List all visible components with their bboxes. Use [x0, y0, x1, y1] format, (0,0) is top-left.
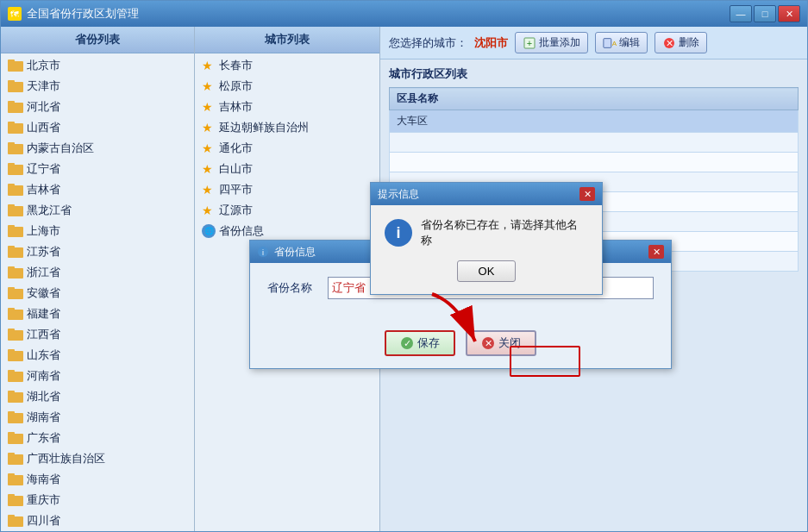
province-list-item[interactable]: 辽宁省 [1, 159, 194, 179]
folder-icon [8, 204, 23, 216]
star-icon: ★ [202, 183, 216, 197]
province-list-item[interactable]: 山东省 [1, 345, 194, 366]
folder-icon [8, 453, 23, 465]
province-item-label: 上海市 [27, 223, 60, 239]
star-icon: ★ [202, 141, 216, 155]
district-name-cell: 大车区 [390, 110, 799, 133]
city-list-item[interactable]: ★松原市 [195, 76, 379, 97]
alert-title-bar: 提示信息 ✕ [371, 183, 602, 205]
city-list-item[interactable]: 🌐省份信息 [195, 221, 379, 241]
delete-button[interactable]: ✕ 删除 [655, 32, 707, 53]
province-list: 北京市天津市河北省山西省内蒙古自治区辽宁省吉林省黑龙江省上海市江苏省浙江省安徽省… [1, 53, 194, 531]
alert-body: i 省份名称已存在，请选择其他名称 OK [371, 205, 602, 294]
province-item-label: 河北省 [27, 99, 60, 115]
province-item-label: 河南省 [27, 368, 60, 384]
city-item-label: 通化市 [219, 141, 253, 156]
province-list-item[interactable]: 重庆市 [1, 490, 194, 510]
close-button[interactable]: ✕ [778, 5, 800, 22]
svg-text:✕: ✕ [666, 38, 673, 48]
close-label: 关闭 [498, 335, 521, 351]
city-list-item[interactable]: ★四平市 [195, 179, 379, 200]
delete-icon: ✕ [662, 36, 676, 50]
province-list-item[interactable]: 四川省 [1, 510, 194, 531]
province-list-item[interactable]: 浙江省 [1, 262, 194, 283]
svg-text:i: i [262, 248, 264, 257]
province-item-label: 湖北省 [27, 389, 60, 404]
province-list-item[interactable]: 上海市 [1, 221, 194, 241]
province-list-item[interactable]: 天津市 [1, 76, 194, 97]
province-panel-header: 省份列表 [1, 27, 194, 53]
province-item-label: 广西壮族自治区 [27, 451, 105, 466]
window-controls: — □ ✕ [730, 5, 800, 22]
folder-icon [8, 246, 23, 258]
table-row[interactable] [390, 153, 799, 172]
folder-icon [8, 391, 23, 403]
edit-icon: Ab [603, 36, 617, 50]
city-list-item[interactable]: ★延边朝鲜族自治州 [195, 117, 379, 138]
city-list-item[interactable]: ★长春市 [195, 55, 379, 76]
folder-icon [8, 163, 23, 175]
city-list-item[interactable]: ★辽源市 [195, 200, 379, 221]
province-item-label: 福建省 [27, 306, 60, 322]
province-list-item[interactable]: 河北省 [1, 97, 194, 117]
folder-icon [8, 225, 23, 237]
province-list-item[interactable]: 内蒙古自治区 [1, 138, 194, 159]
province-list-item[interactable]: 江苏省 [1, 241, 194, 262]
province-item-label: 山东省 [27, 347, 60, 363]
city-list-item[interactable]: ★通化市 [195, 138, 379, 159]
province-list-item[interactable]: 吉林省 [1, 179, 194, 200]
selected-city-value: 沈阳市 [474, 35, 508, 51]
folder-icon [8, 80, 23, 92]
province-list-item[interactable]: 北京市 [1, 55, 194, 76]
province-close-button[interactable]: ✕ 关闭 [466, 330, 536, 356]
folder-icon [8, 308, 23, 320]
maximize-button[interactable]: □ [754, 5, 776, 22]
province-item-label: 安徽省 [27, 285, 60, 301]
province-item-label: 吉林省 [27, 182, 60, 197]
province-item-label: 天津市 [27, 78, 60, 94]
folder-icon [8, 142, 23, 154]
city-item-label: 白山市 [219, 161, 253, 177]
province-list-item[interactable]: 安徽省 [1, 283, 194, 304]
svg-text:+: + [527, 38, 532, 48]
city-item-label: 辽源市 [219, 203, 253, 218]
alert-content: i 省份名称已存在，请选择其他名称 [385, 217, 588, 248]
city-list-item[interactable]: ★白山市 [195, 159, 379, 179]
province-dialog-footer: ✓ 保存 ✕ 关闭 [250, 323, 671, 368]
province-list-item[interactable]: 河南省 [1, 366, 194, 386]
province-list-item[interactable]: 广东省 [1, 428, 194, 448]
right-toolbar: 您选择的城市： 沈阳市 + 批量添加 Ab [380, 27, 807, 59]
alert-close-title-btn[interactable]: ✕ [579, 187, 595, 201]
province-list-item[interactable]: 山西省 [1, 117, 194, 138]
batch-add-button[interactable]: + 批量添加 [515, 32, 588, 53]
folder-icon [8, 494, 23, 506]
province-list-item[interactable]: 江西省 [1, 324, 194, 345]
province-list-item[interactable]: 黑龙江省 [1, 200, 194, 221]
alert-ok-button[interactable]: OK [457, 260, 517, 282]
table-row[interactable] [390, 133, 799, 153]
province-save-button[interactable]: ✓ 保存 [385, 330, 455, 356]
edit-button[interactable]: Ab 编辑 [595, 32, 648, 53]
city-item-label: 延边朝鲜族自治州 [219, 120, 309, 135]
alert-title: 提示信息 [378, 187, 419, 202]
minimize-button[interactable]: — [730, 5, 752, 22]
alert-message: 省份名称已存在，请选择其他名称 [421, 217, 588, 248]
star-icon: ★ [202, 162, 216, 176]
city-list-item[interactable]: ★吉林市 [195, 97, 379, 117]
svg-text:✓: ✓ [404, 338, 411, 348]
province-list-item[interactable]: 广西壮族自治区 [1, 448, 194, 469]
province-dialog-close-title-btn[interactable]: ✕ [648, 245, 664, 259]
province-panel: 省份列表 北京市天津市河北省山西省内蒙古自治区辽宁省吉林省黑龙江省上海市江苏省浙… [1, 27, 195, 531]
province-item-label: 重庆市 [27, 492, 60, 508]
add-icon: + [523, 36, 536, 50]
province-list-item[interactable]: 湖北省 [1, 386, 194, 407]
city-panel-header: 城市列表 [195, 27, 379, 53]
table-row[interactable]: 大车区 [390, 110, 799, 133]
province-name-label: 省份名称 [267, 280, 328, 296]
folder-icon [8, 515, 23, 527]
province-item-label: 浙江省 [27, 265, 60, 280]
province-list-item[interactable]: 湖南省 [1, 407, 194, 428]
province-list-item[interactable]: 福建省 [1, 304, 194, 324]
folder-icon [8, 370, 23, 382]
province-list-item[interactable]: 海南省 [1, 469, 194, 490]
